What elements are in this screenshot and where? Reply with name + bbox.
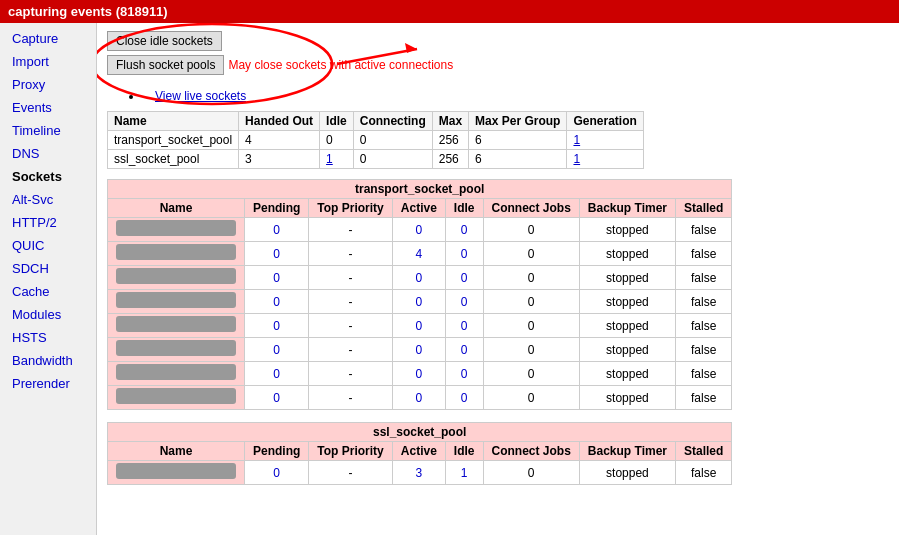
transport-header-row: NamePendingTop PriorityActiveIdleConnect…: [108, 199, 732, 218]
table-cell: false: [676, 461, 732, 485]
table-cell: 0: [245, 338, 309, 362]
table-cell: false: [676, 314, 732, 338]
table-cell: 4: [392, 242, 445, 266]
table-cell: 0: [245, 386, 309, 410]
blurred-name: [116, 364, 236, 380]
top-buttons: Close idle sockets Flush socket pools Ma…: [107, 31, 453, 77]
ssl-section: ssl_socket_pool NamePendingTop PriorityA…: [107, 422, 889, 485]
table-cell: false: [676, 338, 732, 362]
transport-col-header: Idle: [445, 199, 483, 218]
table-cell: 0: [445, 266, 483, 290]
table-cell: stopped: [579, 218, 675, 242]
transport-table-body: 0-000stoppedfalse0-400stoppedfalse0-000s…: [108, 218, 732, 410]
table-cell: 0: [392, 362, 445, 386]
ssl-col-header: Connect Jobs: [483, 442, 579, 461]
table-cell: 0: [392, 338, 445, 362]
sidebar-item-import[interactable]: Import: [0, 50, 96, 73]
table-row: ssl_socket_pool31025661: [108, 150, 644, 169]
sidebar-item-events[interactable]: Events: [0, 96, 96, 119]
table-row: 0-000stoppedfalse: [108, 266, 732, 290]
sidebar: CaptureImportProxyEventsTimelineDNSSocke…: [0, 23, 97, 535]
table-row: 0-000stoppedfalse: [108, 314, 732, 338]
table-cell: 0: [483, 461, 579, 485]
transport-col-header: Name: [108, 199, 245, 218]
blurred-name: [116, 268, 236, 284]
sidebar-item-alt-svc[interactable]: Alt-Svc: [0, 188, 96, 211]
table-cell: -: [309, 290, 392, 314]
table-row: 0-310stoppedfalse: [108, 461, 732, 485]
blurred-name: [116, 220, 236, 236]
table-cell: 0: [483, 362, 579, 386]
table-cell: -: [309, 386, 392, 410]
table-cell: 0: [245, 461, 309, 485]
table-cell: -: [309, 362, 392, 386]
table-cell: -: [309, 338, 392, 362]
ssl-col-header: Pending: [245, 442, 309, 461]
sidebar-item-hsts[interactable]: HSTS: [0, 326, 96, 349]
blurred-name: [116, 388, 236, 404]
sidebar-item-dns[interactable]: DNS: [0, 142, 96, 165]
links-list: View live sockets: [107, 89, 889, 103]
table-cell: false: [676, 218, 732, 242]
table-cell: 0: [445, 290, 483, 314]
table-cell: false: [676, 266, 732, 290]
transport-col-header: Pending: [245, 199, 309, 218]
table-row: 0-000stoppedfalse: [108, 218, 732, 242]
flush-pools-button[interactable]: Flush socket pools: [107, 55, 224, 75]
table-cell: 0: [245, 362, 309, 386]
table-cell: 1: [445, 461, 483, 485]
table-cell: 0: [392, 290, 445, 314]
pool-summary-table: NameHanded OutIdleConnectingMaxMax Per G…: [107, 111, 644, 169]
view-sockets-link[interactable]: View live sockets: [155, 89, 246, 103]
transport-col-header: Connect Jobs: [483, 199, 579, 218]
table-cell: 0: [445, 218, 483, 242]
table-cell: 0: [392, 218, 445, 242]
blurred-name: [116, 292, 236, 308]
sidebar-item-sdch[interactable]: SDCH: [0, 257, 96, 280]
table-cell: 3: [392, 461, 445, 485]
table-cell: 0: [445, 338, 483, 362]
table-cell: stopped: [579, 386, 675, 410]
sidebar-item-quic[interactable]: QUIC: [0, 234, 96, 257]
sidebar-item-bandwidth[interactable]: Bandwidth: [0, 349, 96, 372]
transport-col-header: Active: [392, 199, 445, 218]
table-cell: 0: [445, 362, 483, 386]
sidebar-item-modules[interactable]: Modules: [0, 303, 96, 326]
table-cell: 0: [483, 314, 579, 338]
table-cell: 0: [483, 242, 579, 266]
table-cell: false: [676, 290, 732, 314]
table-cell: 0: [245, 242, 309, 266]
transport-col-header: Stalled: [676, 199, 732, 218]
table-cell: 0: [483, 338, 579, 362]
table-row: 0-000stoppedfalse: [108, 290, 732, 314]
table-cell: 0: [483, 218, 579, 242]
blurred-name: [116, 244, 236, 260]
close-idle-button[interactable]: Close idle sockets: [107, 31, 222, 51]
sidebar-item-timeline[interactable]: Timeline: [0, 119, 96, 142]
sidebar-item-proxy[interactable]: Proxy: [0, 73, 96, 96]
sidebar-item-prerender[interactable]: Prerender: [0, 372, 96, 395]
title-text: capturing events (818911): [8, 4, 168, 19]
ssl-table-title: ssl_socket_pool: [108, 423, 732, 442]
ssl-table-body: 0-310stoppedfalse: [108, 461, 732, 485]
table-row: transport_socket_pool40025661: [108, 131, 644, 150]
sidebar-item-http/2[interactable]: HTTP/2: [0, 211, 96, 234]
table-cell: 0: [445, 386, 483, 410]
ssl-header-row: NamePendingTop PriorityActiveIdleConnect…: [108, 442, 732, 461]
table-row: 0-000stoppedfalse: [108, 386, 732, 410]
sidebar-item-capture[interactable]: Capture: [0, 27, 96, 50]
transport-section: transport_socket_pool NamePendingTop Pri…: [107, 179, 889, 410]
table-cell: 0: [445, 242, 483, 266]
table-cell: -: [309, 218, 392, 242]
table-cell: 0: [483, 290, 579, 314]
table-cell: stopped: [579, 362, 675, 386]
transport-table: transport_socket_pool NamePendingTop Pri…: [107, 179, 732, 410]
sidebar-item-cache[interactable]: Cache: [0, 280, 96, 303]
warning-text: May close sockets with active connection…: [228, 58, 453, 72]
table-cell: 0: [445, 314, 483, 338]
table-cell: 0: [392, 386, 445, 410]
table-cell: 0: [245, 266, 309, 290]
sidebar-item-sockets[interactable]: Sockets: [0, 165, 96, 188]
table-cell: false: [676, 362, 732, 386]
table-cell: 0: [483, 266, 579, 290]
